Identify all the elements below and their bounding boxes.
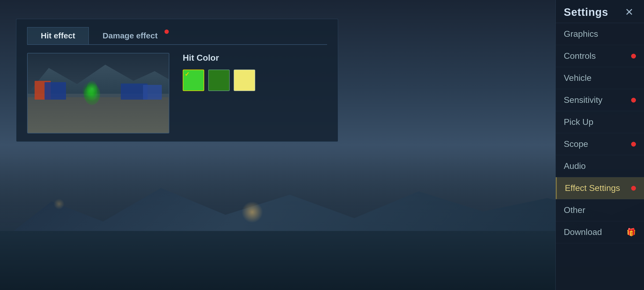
sidebar-item-audio[interactable]: Audio [556, 155, 644, 177]
settings-body: Hit Color [27, 53, 327, 133]
sidebar-item-graphics-label: Graphics [564, 29, 636, 39]
green-smoke-effect [81, 73, 103, 105]
tab-damage-effect-label: Damage effect [103, 31, 158, 40]
color-swatch-green-dark[interactable] [208, 70, 230, 91]
tab-hit-effect[interactable]: Hit effect [27, 27, 89, 44]
preview-box-blue3 [143, 85, 162, 100]
sidebar-item-other-label: Other [564, 205, 636, 215]
sidebar-item-audio-label: Audio [564, 161, 636, 171]
sidebar-item-download[interactable]: Download 🎁 [556, 221, 644, 243]
close-button[interactable]: ✕ [623, 5, 636, 19]
color-section: Hit Color [183, 53, 327, 91]
hit-effect-preview [27, 53, 169, 133]
sidebar-item-pickup[interactable]: Pick Up [556, 111, 644, 133]
sidebar-item-controls[interactable]: Controls [556, 45, 644, 67]
sidebar-item-effect-settings-label: Effect Settings [565, 183, 631, 193]
sidebar-item-scope-label: Scope [564, 139, 631, 149]
color-swatch-green-bright[interactable] [183, 70, 204, 91]
sensitivity-notification-dot [631, 98, 636, 103]
sidebar: Settings ✕ Graphics Controls Vehicle Sen… [555, 0, 644, 290]
hit-color-title: Hit Color [183, 53, 327, 63]
close-icon: ✕ [625, 6, 634, 18]
sidebar-item-other[interactable]: Other [556, 199, 644, 221]
scope-notification-dot [631, 142, 636, 147]
color-options [183, 70, 327, 91]
sidebar-item-effect-settings[interactable]: Effect Settings [556, 177, 644, 199]
sidebar-item-sensitivity[interactable]: Sensitivity [556, 89, 644, 111]
sidebar-item-vehicle[interactable]: Vehicle [556, 67, 644, 89]
color-swatch-yellow[interactable] [234, 70, 255, 91]
sidebar-nav: Graphics Controls Vehicle Sensitivity Pi… [556, 23, 644, 290]
sidebar-header: Settings ✕ [556, 0, 644, 23]
sidebar-item-download-label: Download [564, 227, 624, 237]
tab-damage-effect[interactable]: Damage effect [89, 27, 171, 44]
sidebar-item-graphics[interactable]: Graphics [556, 23, 644, 45]
tabs-bar: Hit effect Damage effect [27, 27, 327, 45]
damage-effect-dot [164, 30, 169, 34]
preview-scene [28, 53, 169, 133]
tab-hit-effect-label: Hit effect [41, 31, 75, 40]
main-area: Hit effect Damage effect [0, 0, 555, 290]
preview-box-blue [45, 82, 66, 100]
effect-settings-notification-dot [631, 186, 636, 191]
settings-panel: Hit effect Damage effect [16, 19, 338, 142]
sidebar-item-scope[interactable]: Scope [556, 133, 644, 155]
sidebar-title: Settings [564, 6, 608, 18]
sidebar-item-pickup-label: Pick Up [564, 117, 636, 127]
sidebar-item-vehicle-label: Vehicle [564, 73, 636, 83]
gift-icon: 🎁 [627, 228, 636, 237]
sidebar-item-controls-label: Controls [564, 51, 631, 61]
controls-notification-dot [631, 54, 636, 59]
sidebar-item-sensitivity-label: Sensitivity [564, 95, 631, 105]
